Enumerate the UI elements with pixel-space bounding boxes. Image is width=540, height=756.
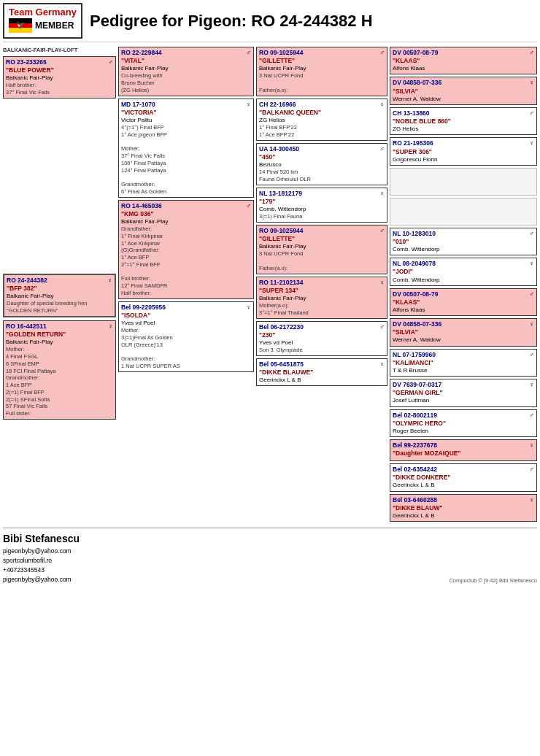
subject-card: ♀ RO 24-244382 "BFP 382" Balkanic Fair-P… — [3, 274, 116, 317]
card-id-gr: RO 16-442511 — [6, 323, 113, 331]
card-silvia-2: ♀ DV 04858-07-336 "SILVIA" Werner A. Wal… — [390, 318, 537, 346]
card-golden-return: ♀ RO 16-442511 "GOLDEN RETURN" Balkanic … — [3, 320, 116, 420]
spacer-1 — [390, 168, 537, 196]
gen3-column: ♂ RO 09-1025944 "GILLETTE" Balkanic Fair… — [256, 47, 387, 522]
card-notes-gr: Mother: 4 Final FSGL 6 SFinal EMP 16 FCI… — [6, 346, 113, 417]
card-kmg036: ♂ RO 14-465036 "KMG 036" Balkanic Fair-P… — [118, 200, 254, 299]
footer-copyright: Compuclub © [9.42] Bibi Stefanescu — [449, 577, 537, 584]
team-label: Team Germany — [9, 7, 77, 17]
svg-text:🦅: 🦅 — [16, 20, 26, 30]
card-isolda: ♀ Bel 09-2205956 "ISOLDA" Yves vd Poel M… — [118, 301, 254, 372]
card-id: RO 23-233265 — [6, 58, 113, 66]
card-klaas-1: ♂ DV 00507-08-79 "KLAAS" Alfons Klaas — [390, 47, 537, 74]
page: Team Germany 🦅 MEMBER Pedigree for Pigeo… — [0, 0, 540, 756]
card-gillette-bot: ♂ RO 09-1025944 "GILLETTE" Balkanic Fair… — [256, 225, 387, 274]
card-dikke-donkere: ♂ Bel 02-6354242 "DIKKE DONKERE" Geerinc… — [390, 463, 537, 491]
header: Team Germany 🦅 MEMBER Pedigree for Pigeo… — [3, 3, 537, 42]
card-german-girl: ♀ DV 7639-07-0317 "GERMAN GIRL" Josef Lu… — [390, 379, 537, 406]
card-blue-power: ♂ RO 23-233265 "BLUE POWER" Balkanic Fai… — [3, 56, 116, 99]
loft-label: BALKANIC-FAIR-PLAY-LOFT — [3, 47, 116, 53]
footer-phone: +40723345543 — [3, 566, 80, 575]
flag-area: 🦅 MEMBER — [9, 18, 77, 33]
card-klaas-2: ♂ DV 00507-08-79 "KLAAS" Alfons Klaas — [390, 288, 537, 316]
card-mozaique: ♀ Bel 99-2237678 "Daughter MOZAIQUE" — [390, 439, 537, 461]
card-super134: ♀ RO 11-2102134 "SUPER 134" Balkanic Fai… — [256, 277, 387, 319]
gender-icon-gr: ♀ — [108, 323, 113, 331]
logo-box: Team Germany 🦅 MEMBER — [3, 3, 82, 39]
card-olympic-hero: ♂ Bel 02-8002119 "OLYMPIC HERO" Roger Be… — [390, 409, 537, 437]
card-dikke-blauwe: ♀ Bel 05-6451875 "DIKKE BLAUWE" Geerinck… — [256, 358, 387, 386]
footer-email1: pigeonbyby@yahoo.com — [3, 547, 80, 556]
subject-notes: Daughter of special breeding hen "GOLDEN… — [7, 300, 112, 315]
card-dikke-blauw: ♀ Bel 03-6460288 "DIKKE BLAUW" Geerinckx… — [390, 494, 537, 522]
spacer-2 — [390, 198, 537, 225]
footer-email2: pigeonbyby@yahoo.com — [3, 575, 80, 585]
card-loft-gr: Balkanic Fair-Play — [6, 339, 113, 346]
vital-gender: ♂ — [246, 49, 251, 58]
gen2-column: ♂ RO 22-229844 "VITAL" Balkanic Fair-Pla… — [118, 47, 254, 522]
card-silvia-1: ♀ DV 04858-07-336 "SILVIA" Werner A. Wal… — [390, 77, 537, 104]
subject-gender-icon: ♀ — [107, 277, 112, 285]
card-loft: Balkanic Fair-Play — [6, 74, 113, 82]
victoria-gender: ♀ — [246, 101, 251, 109]
card-230: ♂ Bel 06-2172230 "230" Yves vd Poel Son … — [256, 321, 387, 356]
isolda-gender: ♀ — [246, 304, 251, 312]
card-jodi: ♀ NL 08-2049078 "JODI" Comb. Wittendorp — [390, 258, 537, 285]
footer-website: sportcolumbofil.ro — [3, 556, 80, 566]
member-label: MEMBER — [35, 20, 74, 31]
card-gillette-top: ♂ RO 09-1025944 "GILLETTE" Balkanic Fair… — [256, 47, 387, 96]
subject-id: RO 24-244382 — [7, 277, 112, 285]
card-vital: ♂ RO 22-229844 "VITAL" Balkanic Fair-Pla… — [118, 47, 254, 96]
card-balkanic-queen: ♀ CH 22-16966 "BALKANIC QUEEN" ZG Helios… — [256, 99, 387, 141]
gender-icon: ♂ — [108, 58, 113, 67]
left-panel: BALKANIC-FAIR-PLAY-LOFT ♂ RO 23-233265 "… — [3, 47, 116, 522]
card-kalimanci: ♂ NL 07-1759960 "KALIMANCI" T & R Brusse — [390, 349, 537, 377]
gen4-column: ♂ DV 00507-08-79 "KLAAS" Alfons Klaas ♀ … — [390, 47, 537, 522]
footer-name: Bibi Stefanescu — [3, 531, 80, 547]
pedigree-columns: ♂ RO 22-229844 "VITAL" Balkanic Fair-Pla… — [118, 47, 537, 522]
footer-contact: Bibi Stefanescu pigeonbyby@yahoo.com spo… — [3, 531, 80, 584]
subject-name: "BFP 382" — [7, 285, 112, 293]
card-name: "BLUE POWER" — [6, 66, 113, 74]
card-450: ♂ UA 14-300450 "450" Bezusco 14 Final 52… — [256, 143, 387, 185]
card-notes: Half brother: 37° Final Vic Falls — [6, 82, 113, 96]
page-title: Pedigree for Pigeon: RO 24-244382 H — [90, 12, 373, 31]
card-super306: ♀ RO 21-195306 "SUPER 306" Grigorescu Fl… — [390, 137, 537, 165]
card-010: ♂ NL 10-1283010 "010" Comb. Wittendorp — [390, 228, 537, 255]
subject-loft: Balkanic Fair-Play — [7, 293, 112, 300]
kmg-gender: ♂ — [246, 202, 251, 211]
footer: Bibi Stefanescu pigeonbyby@yahoo.com spo… — [3, 528, 537, 584]
card-noble-blue: ♂ CH 13-13860 "NOBLE BLUE 860" ZG Helios — [390, 107, 537, 135]
card-name-gr: "GOLDEN RETURN" — [6, 331, 113, 339]
card-victoria: ♀ MD 17-1070 "VICTORIA" Victor Palitu 4°… — [118, 99, 254, 198]
card-179: ♀ NL 13-1812179 "179" Comb. Wittendorp 3… — [256, 188, 387, 223]
germany-flag-icon: 🦅 — [9, 18, 32, 33]
